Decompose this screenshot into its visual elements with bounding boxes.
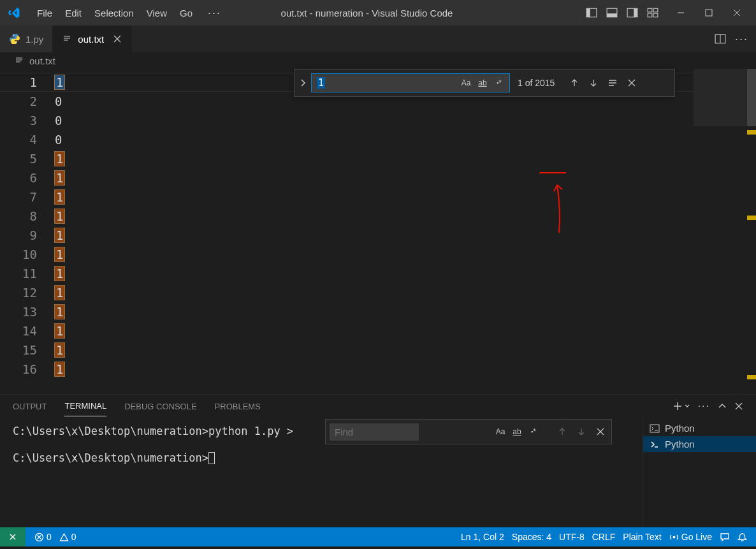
close-icon[interactable]: [112, 33, 123, 45]
status-feedback-icon[interactable]: [716, 532, 734, 542]
panel-tab-problems[interactable]: PROBLEMS: [215, 397, 261, 416]
panel: OUTPUT TERMINAL DEBUG CONSOLE PROBLEMS ·…: [0, 394, 756, 527]
panel-tab-output[interactable]: OUTPUT: [13, 397, 47, 416]
terminal-icon: [650, 439, 660, 450]
menu-file[interactable]: File: [31, 0, 59, 26]
status-eol[interactable]: CRLF: [588, 532, 620, 542]
svg-rect-9: [653, 13, 658, 17]
close-find-icon[interactable]: [625, 76, 639, 90]
match-case-toggle[interactable]: Aa: [458, 76, 474, 90]
text-file-icon: [14, 55, 24, 66]
python-icon: [9, 33, 20, 45]
annotation-arrow-icon: [549, 179, 569, 236]
svg-rect-28: [650, 425, 659, 432]
new-terminal-icon[interactable]: [672, 401, 690, 411]
panel-tab-terminal[interactable]: TERMINAL: [64, 396, 106, 416]
find-in-selection-icon[interactable]: [606, 76, 620, 90]
line-numbers: 12345678910111213141516: [0, 69, 55, 394]
toggle-replace-icon[interactable]: [298, 73, 307, 93]
remote-indicator[interactable]: [0, 527, 25, 546]
minimap-viewport[interactable]: [694, 69, 751, 126]
terminal-list: Python Python: [643, 418, 756, 527]
panel-more-icon[interactable]: ···: [698, 400, 710, 412]
warning-icon: [59, 532, 69, 542]
titlebar: File Edit Selection View Go ··· out.txt …: [0, 0, 756, 26]
svg-point-14: [13, 35, 14, 36]
toggle-primary-sidebar-icon[interactable]: [583, 4, 600, 22]
vscode-logo-icon: [8, 6, 20, 19]
terminal-cursor: [208, 452, 215, 464]
scrollbar-thumb[interactable]: [747, 69, 756, 126]
split-editor-icon[interactable]: [715, 33, 726, 45]
tabbar: 1.py out.txt ···: [0, 26, 756, 52]
svg-rect-8: [648, 13, 652, 17]
status-warnings[interactable]: 0: [55, 532, 80, 542]
tab-label: out.txt: [78, 34, 104, 45]
status-spaces[interactable]: Spaces: 4: [508, 532, 555, 542]
tab-1py[interactable]: 1.py: [0, 26, 52, 52]
editor[interactable]: 12345678910111213141516 1000111111111111…: [0, 69, 756, 394]
previous-match-icon[interactable]: [567, 76, 581, 90]
status-language[interactable]: Plain Text: [619, 532, 665, 542]
customize-layout-icon[interactable]: [644, 4, 662, 22]
toggle-panel-icon[interactable]: [603, 4, 621, 22]
close-panel-icon[interactable]: [734, 402, 743, 411]
editor-content[interactable]: 1000111111111111: [55, 69, 64, 394]
next-match-icon[interactable]: [574, 425, 588, 439]
tab-outtxt[interactable]: out.txt: [52, 26, 132, 52]
scrollbar-marker: [747, 130, 756, 135]
minimize-button[interactable]: [667, 0, 695, 26]
use-regex-toggle[interactable]: ▪*: [526, 425, 541, 439]
svg-rect-7: [653, 8, 658, 12]
breadcrumb[interactable]: out.txt: [0, 52, 756, 69]
terminal-item-python[interactable]: Python: [643, 420, 756, 436]
svg-rect-5: [634, 8, 637, 17]
scrollbar[interactable]: [747, 69, 756, 394]
text-file-icon: [61, 33, 73, 45]
maximize-panel-icon[interactable]: [718, 402, 727, 411]
status-lncol[interactable]: Ln 1, Col 2: [457, 532, 508, 542]
more-actions-icon[interactable]: ···: [735, 33, 748, 46]
toggle-secondary-sidebar-icon[interactable]: [623, 4, 641, 22]
terminal-find-widget: Aa ab ▪*: [325, 419, 612, 444]
svg-rect-1: [586, 8, 590, 17]
find-widget: 1 Aa ab ▪* 1 of 2015: [294, 69, 675, 97]
minimap[interactable]: [694, 69, 756, 394]
menu-edit[interactable]: Edit: [59, 0, 88, 26]
layout-controls: [583, 4, 662, 22]
status-encoding[interactable]: UTF-8: [555, 532, 588, 542]
terminal-icon: [650, 423, 660, 434]
svg-rect-3: [607, 13, 617, 17]
svg-point-15: [15, 42, 17, 43]
use-regex-toggle[interactable]: ▪*: [491, 76, 507, 90]
panel-tab-debug[interactable]: DEBUG CONSOLE: [124, 397, 196, 416]
svg-rect-11: [706, 10, 712, 16]
maximize-button[interactable]: [695, 0, 723, 26]
close-find-icon[interactable]: [593, 425, 607, 439]
status-golive[interactable]: Go Live: [665, 532, 716, 542]
error-icon: [34, 532, 44, 542]
match-case-toggle[interactable]: Aa: [493, 425, 508, 439]
find-input[interactable]: 1: [314, 77, 429, 89]
terminal-find-input[interactable]: [330, 423, 419, 441]
close-button[interactable]: [723, 0, 751, 26]
statusbar: 0 0 Ln 1, Col 2 Spaces: 4 UTF-8 CRLF Pla…: [0, 527, 756, 546]
panel-tabs: OUTPUT TERMINAL DEBUG CONSOLE PROBLEMS ·…: [0, 395, 756, 418]
breadcrumb-file: out.txt: [29, 55, 55, 66]
annotation-underline: [539, 172, 566, 173]
scrollbar-marker: [747, 216, 756, 220]
match-whole-word-toggle[interactable]: ab: [475, 76, 490, 90]
window-title: out.txt - numeration - Visual Studio Cod…: [151, 8, 583, 18]
terminal-item-python-active[interactable]: Python: [643, 436, 756, 452]
find-input-container: 1 Aa ab ▪*: [311, 73, 510, 92]
status-errors[interactable]: 0: [31, 532, 55, 542]
menu-selection[interactable]: Selection: [88, 0, 140, 26]
match-whole-word-toggle[interactable]: ab: [509, 425, 525, 439]
previous-match-icon[interactable]: [555, 425, 569, 439]
broadcast-icon: [669, 532, 679, 542]
svg-rect-6: [648, 8, 652, 12]
find-result-count: 1 of 2015: [514, 78, 558, 88]
status-bell-icon[interactable]: [734, 532, 751, 542]
svg-point-32: [672, 536, 675, 538]
next-match-icon[interactable]: [586, 76, 600, 90]
